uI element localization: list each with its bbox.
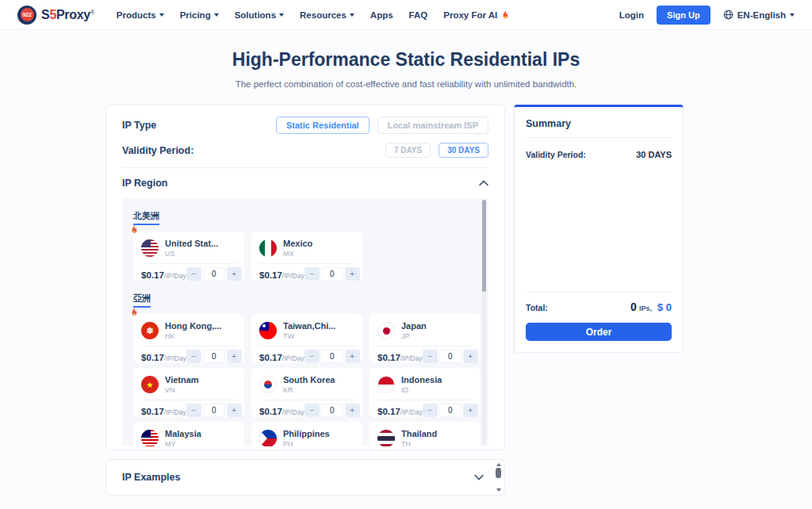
increase-button[interactable]: + bbox=[227, 350, 242, 363]
nav-item-label: Pricing bbox=[180, 10, 211, 20]
nav-item-faq[interactable]: FAQ bbox=[409, 10, 428, 20]
main-content: IP Type Static Residential Local mainstr… bbox=[105, 105, 684, 496]
nav-item-resources[interactable]: Resources bbox=[300, 10, 354, 20]
quantity-input[interactable] bbox=[321, 267, 343, 281]
country-name: Thailand bbox=[401, 429, 437, 438]
price-label: $0.17/IP/Day bbox=[377, 350, 423, 364]
logo-922-icon: 922 bbox=[17, 6, 36, 25]
summary-validity-label: Validity Period: bbox=[526, 150, 586, 159]
quantity-stepper: − + bbox=[423, 404, 478, 417]
scroll-down-arrow-icon[interactable] bbox=[496, 488, 501, 492]
flag-icon-mx bbox=[259, 239, 277, 257]
quantity-input[interactable] bbox=[203, 404, 225, 417]
chevron-down-icon bbox=[350, 13, 354, 17]
chevron-down-icon bbox=[159, 13, 164, 17]
language-selector[interactable]: EN-English bbox=[723, 10, 795, 20]
price-label: $0.17/IP/Day bbox=[259, 404, 304, 418]
hero-section: High-Performance Static Residential IPs … bbox=[0, 30, 812, 89]
chevron-down-icon bbox=[214, 13, 219, 17]
decrease-button[interactable]: − bbox=[186, 404, 201, 417]
country-name: Indonesia bbox=[401, 375, 442, 385]
globe-icon bbox=[723, 10, 733, 20]
mini-scrollbar-thumb[interactable] bbox=[496, 468, 501, 478]
nav-item-proxy-for-ai[interactable]: Proxy For AI bbox=[443, 10, 511, 20]
country-card-vn: Vietnam VN $0.17/IP/Day − + bbox=[133, 368, 244, 417]
language-label: EN-English bbox=[737, 10, 786, 20]
flag-icon-id bbox=[377, 376, 395, 393]
nav-item-label: FAQ bbox=[409, 10, 428, 20]
quantity-stepper: − + bbox=[304, 350, 360, 363]
mini-scrollbar[interactable] bbox=[495, 463, 502, 492]
region-scroll-area[interactable]: 北美洲 United Stat... US $0.17/IP/Day − + M… bbox=[122, 198, 488, 446]
decrease-button[interactable]: − bbox=[304, 267, 320, 281]
brand-logo[interactable]: 922 S5Proxy® bbox=[17, 6, 94, 25]
flag-icon-us bbox=[141, 239, 159, 257]
order-button[interactable]: Order bbox=[526, 323, 672, 341]
ip-region-label: IP Region bbox=[122, 178, 167, 189]
validity-30days-button[interactable]: 30 DAYS bbox=[439, 143, 488, 158]
total-ips-value: 0 bbox=[630, 300, 637, 313]
increase-button[interactable]: + bbox=[345, 350, 360, 363]
country-code: TW bbox=[283, 332, 335, 340]
increase-button[interactable]: + bbox=[463, 350, 478, 363]
increase-button[interactable]: + bbox=[227, 404, 242, 417]
nav-item-solutions[interactable]: Solutions bbox=[235, 10, 284, 20]
decrease-button[interactable]: − bbox=[423, 350, 438, 363]
decrease-button[interactable]: − bbox=[304, 404, 320, 417]
login-link[interactable]: Login bbox=[619, 10, 644, 20]
nav-item-apps[interactable]: Apps bbox=[370, 10, 393, 20]
quantity-input[interactable] bbox=[321, 350, 343, 363]
price-label: $0.17/IP/Day bbox=[141, 404, 186, 418]
price-label: $0.17/IP/Day bbox=[141, 350, 186, 364]
chevron-up-icon[interactable] bbox=[479, 180, 488, 186]
region-scrollbar-track bbox=[482, 200, 486, 445]
hot-flame-icon bbox=[129, 307, 140, 317]
nav-item-pricing[interactable]: Pricing bbox=[180, 10, 219, 20]
quantity-input[interactable] bbox=[203, 267, 225, 281]
increase-button[interactable]: + bbox=[463, 404, 478, 417]
total-ips-unit: IPs, bbox=[639, 304, 652, 312]
flag-icon-vn bbox=[141, 376, 159, 393]
nav-item-label: Proxy For AI bbox=[443, 10, 497, 20]
increase-button[interactable]: + bbox=[345, 404, 360, 417]
page-subtitle: The perfect combination of cost-effectiv… bbox=[0, 79, 812, 89]
increase-button[interactable]: + bbox=[227, 267, 242, 281]
country-card-us: United Stat... US $0.17/IP/Day − + bbox=[133, 232, 244, 281]
nav-item-products[interactable]: Products bbox=[117, 10, 164, 20]
country-card-ph: Philippines PH bbox=[251, 422, 362, 446]
country-name: Hong Kong,... bbox=[165, 321, 221, 331]
flag-icon-th bbox=[377, 430, 395, 446]
ip-type-local-isp-button[interactable]: Local mainstream ISP bbox=[377, 117, 488, 134]
validity-period-label: Validity Period: bbox=[122, 145, 193, 156]
scroll-up-arrow-icon[interactable] bbox=[496, 463, 501, 466]
country-name: Vietnam bbox=[165, 375, 199, 385]
country-code: PH bbox=[283, 440, 330, 446]
ip-type-static-residential-button[interactable]: Static Residential bbox=[276, 117, 370, 134]
ip-examples-card[interactable]: IP Examples bbox=[105, 459, 505, 496]
signup-button[interactable]: Sign Up bbox=[657, 6, 710, 25]
country-code: KR bbox=[283, 386, 335, 394]
header-actions: Login Sign Up EN-English bbox=[619, 6, 795, 25]
page-title: High-Performance Static Residential IPs bbox=[0, 49, 812, 71]
validity-7days-button[interactable]: 7 DAYS bbox=[385, 143, 431, 158]
quantity-input[interactable] bbox=[203, 350, 225, 363]
region-scrollbar-thumb[interactable] bbox=[482, 200, 486, 292]
chevron-down-icon[interactable] bbox=[474, 474, 484, 480]
quantity-stepper: − + bbox=[304, 267, 360, 281]
nav-item-label: Products bbox=[117, 10, 156, 20]
flag-icon-my bbox=[141, 430, 159, 446]
region-list: 北美洲 United Stat... US $0.17/IP/Day − + M… bbox=[133, 208, 477, 446]
country-code: MX bbox=[283, 250, 312, 258]
decrease-button[interactable]: − bbox=[186, 267, 201, 281]
increase-button[interactable]: + bbox=[345, 267, 360, 281]
nav-item-label: Solutions bbox=[235, 10, 276, 20]
decrease-button[interactable]: − bbox=[423, 404, 438, 417]
decrease-button[interactable]: − bbox=[186, 350, 201, 363]
country-card-kr: South Korea KR $0.17/IP/Day − + bbox=[251, 368, 362, 417]
quantity-stepper: − + bbox=[186, 404, 242, 417]
summary-panel: Summary Validity Period: 30 DAYS Total: … bbox=[514, 105, 684, 353]
quantity-input[interactable] bbox=[439, 350, 462, 363]
decrease-button[interactable]: − bbox=[304, 350, 320, 363]
quantity-input[interactable] bbox=[439, 404, 462, 417]
quantity-input[interactable] bbox=[321, 404, 343, 417]
